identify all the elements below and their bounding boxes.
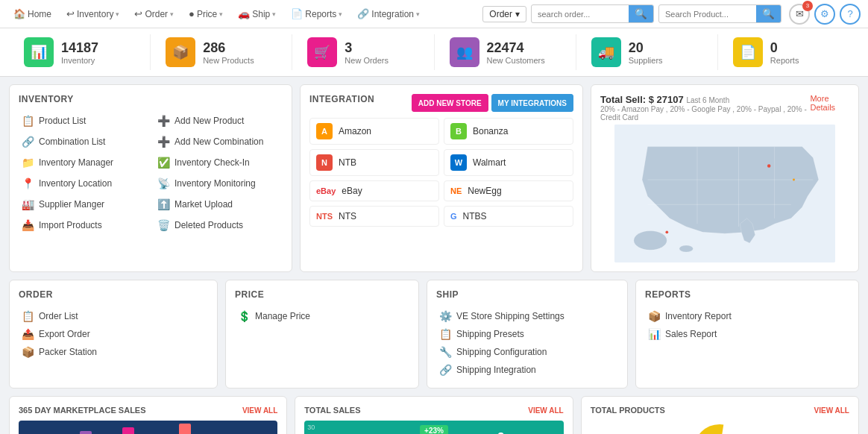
inventory-item-label-6: Inventory Location xyxy=(39,178,112,189)
order-arrow: ▾ xyxy=(170,10,174,18)
integration-left-item-3[interactable]: WWalmart xyxy=(444,149,573,176)
my-integrations-button[interactable]: MY INTEGRATIONS xyxy=(491,94,573,112)
inventory-menu-item-10[interactable]: 📥Import Products xyxy=(19,216,147,234)
ship-menu-item-0[interactable]: ⚙️VE Store Shipping Settings xyxy=(436,307,618,325)
nav-integration[interactable]: 🔗 Integration ▾ xyxy=(351,5,426,22)
reports-icon: 📄 xyxy=(291,8,303,19)
int-logo-amazon: A xyxy=(316,123,333,139)
marketplace-chart-header: 365 DAY MARKETPLACE SALES VIEW ALL xyxy=(19,406,277,415)
search-group: Order ▾ 🔍 🔍 xyxy=(482,4,781,23)
order-menu-item-2[interactable]: 📦Packer Station xyxy=(19,343,208,361)
int-logo-ntb: N xyxy=(316,154,333,171)
inventory-menu-item-4[interactable]: 📁Inventory Manager xyxy=(19,154,147,172)
stat-text-1: 286 New Products xyxy=(203,40,254,65)
order-menu-item-0[interactable]: 📋Order List xyxy=(19,307,208,325)
nav-price[interactable]: ● Price ▾ xyxy=(183,5,229,22)
stat-label-3: New Customers xyxy=(487,56,545,65)
stat-text-0: 14187 Inventory xyxy=(61,40,98,65)
total-sales-card: TOTAL SALES VIEW ALL +23% 30 20 10 xyxy=(295,396,573,434)
stat-item-reports[interactable]: 📄 0 Reports xyxy=(718,34,859,70)
stats-bar: 📊 14187 Inventory 📦 286 New Products 🛒 3… xyxy=(0,28,868,77)
integration-left-item-2[interactable]: NNTB xyxy=(309,149,439,176)
total-sales-view-all[interactable]: VIEW ALL xyxy=(528,406,563,415)
stat-icon-1: 📦 xyxy=(166,37,195,67)
total-products-chart-area: Total xyxy=(591,421,849,434)
nav-ship-label: Ship xyxy=(252,9,270,19)
inventory-menu-item-3[interactable]: ➕Add New Combination xyxy=(154,133,283,151)
map-info: Total Sell: $ 27107 Last 6 Month 20% - A… xyxy=(600,94,810,122)
inventory-item-label-10: Import Products xyxy=(39,220,102,230)
stat-number-4: 20 xyxy=(629,40,663,56)
price-menu-label-0: Manage Price xyxy=(255,311,310,321)
inventory-menu-item-9[interactable]: ⬆️Market Upload xyxy=(154,195,283,213)
inventory-item-icon-10: 📥 xyxy=(22,219,34,231)
order-menu-label-2: Packer Station xyxy=(39,347,97,357)
nav-inventory-label: Inventory xyxy=(77,9,113,19)
inventory-menu-item-5[interactable]: ✅Inventory Check-In xyxy=(154,154,283,172)
map-more-details[interactable]: More Details xyxy=(810,94,849,112)
inventory-menu-item-11[interactable]: 🗑️Deleted Products xyxy=(154,216,283,234)
int-label-1: Bonanza xyxy=(473,126,508,136)
help-button[interactable]: ? xyxy=(840,4,861,25)
inventory-item-icon-8: 🏭 xyxy=(22,198,34,210)
ship-arrow: ▾ xyxy=(272,10,276,18)
order-menu-item-1[interactable]: 📤Export Order xyxy=(19,325,208,343)
dropdown-arrow: ▾ xyxy=(515,9,520,19)
marketplace-view-all[interactable]: VIEW ALL xyxy=(242,406,277,415)
nav-home[interactable]: 🏠 Home xyxy=(7,5,57,22)
inventory-menu-item-0[interactable]: 📋Product List xyxy=(19,112,147,130)
ship-menu-item-1[interactable]: 📋Shipping Presets xyxy=(436,325,618,343)
nav-inventory[interactable]: ↩ Inventory ▾ xyxy=(60,5,125,22)
inventory-item-icon-7: 📡 xyxy=(157,177,170,189)
settings-button[interactable]: ⚙ xyxy=(814,4,835,25)
ship-menu-item-3[interactable]: 🔗Shipping Integration xyxy=(436,361,618,379)
product-search-button[interactable]: 🔍 xyxy=(756,5,781,22)
inventory-item-label-2: Combination List xyxy=(39,136,105,147)
nav-reports[interactable]: 📄 Reports ▾ xyxy=(285,5,348,22)
integration-right-item-0[interactable]: eBayeBay xyxy=(309,180,439,201)
integration-right-item-1[interactable]: NENewEgg xyxy=(444,180,573,201)
inventory-item-icon-11: 🗑️ xyxy=(157,219,170,231)
ship-menu-item-2[interactable]: 🔧Shipping Configuration xyxy=(436,343,618,361)
order-card: ORDER 📋Order List📤Export Order📦Packer St… xyxy=(9,280,218,389)
inventory-menu-item-8[interactable]: 🏭Supplier Manger xyxy=(19,195,147,213)
stat-icon-0: 📊 xyxy=(24,37,54,67)
inventory-item-icon-6: 📍 xyxy=(22,177,34,189)
inventory-menu-item-6[interactable]: 📍Inventory Location xyxy=(19,174,147,192)
nav-ship[interactable]: 🚗 Ship ▾ xyxy=(232,5,282,22)
product-search-input[interactable] xyxy=(659,7,756,21)
inventory-item-label-1: Add New Product xyxy=(174,116,244,126)
integration-card: INTEGRATION ADD NEW STORE MY INTEGRATION… xyxy=(300,84,583,272)
integration-right-item-2[interactable]: NTSNTS xyxy=(309,206,439,227)
stat-item-new-customers[interactable]: 👥 22474 New Customers xyxy=(435,34,576,70)
total-sales-title: TOTAL SALES xyxy=(304,406,360,415)
reports-menu-item-0[interactable]: 📦Inventory Report xyxy=(645,307,849,325)
order-type-dropdown[interactable]: Order ▾ xyxy=(482,6,526,22)
integration-right-item-3[interactable]: GNTBS xyxy=(444,206,573,227)
stat-item-new-products[interactable]: 📦 286 New Products xyxy=(151,34,292,70)
add-store-button[interactable]: ADD NEW STORE xyxy=(412,94,488,112)
integration-left-item-1[interactable]: BBonanza xyxy=(444,118,573,145)
inventory-item-icon-0: 📋 xyxy=(22,115,34,127)
int-label-0: Amazon xyxy=(339,126,371,136)
total-products-view-all[interactable]: VIEW ALL xyxy=(814,406,849,415)
stat-item-suppliers[interactable]: 🚚 20 Suppliers xyxy=(576,34,718,70)
inventory-menu-item-1[interactable]: ➕Add New Product xyxy=(154,112,283,130)
stat-item-new-orders[interactable]: 🛒 3 New Orders xyxy=(292,34,434,70)
order-search-button[interactable]: 🔍 xyxy=(629,5,653,22)
bar-8 xyxy=(122,427,134,434)
main-content: INVENTORY 📋Product List➕Add New Product🔗… xyxy=(0,77,868,434)
integration-left-item-0[interactable]: AAmazon xyxy=(309,118,439,145)
int-label-right-0: eBay xyxy=(342,186,362,196)
stat-item-inventory[interactable]: 📊 14187 Inventory xyxy=(9,34,151,70)
inventory-menu-item-2[interactable]: 🔗Combination List xyxy=(19,133,147,151)
total-products-header: TOTAL PRODUCTS VIEW ALL xyxy=(591,406,849,415)
price-menu-item-0[interactable]: 💲Manage Price xyxy=(235,307,409,325)
svg-point-14 xyxy=(699,430,740,434)
inventory-arrow: ▾ xyxy=(116,10,119,18)
inventory-item-label-8: Supplier Manger xyxy=(39,199,104,210)
inventory-menu-item-7[interactable]: 📡Inventory Monitoring xyxy=(154,174,283,192)
reports-menu-item-1[interactable]: 📊Sales Report xyxy=(645,325,849,343)
nav-order[interactable]: ↩ Order ▾ xyxy=(128,5,180,22)
order-search-input[interactable] xyxy=(532,7,629,21)
